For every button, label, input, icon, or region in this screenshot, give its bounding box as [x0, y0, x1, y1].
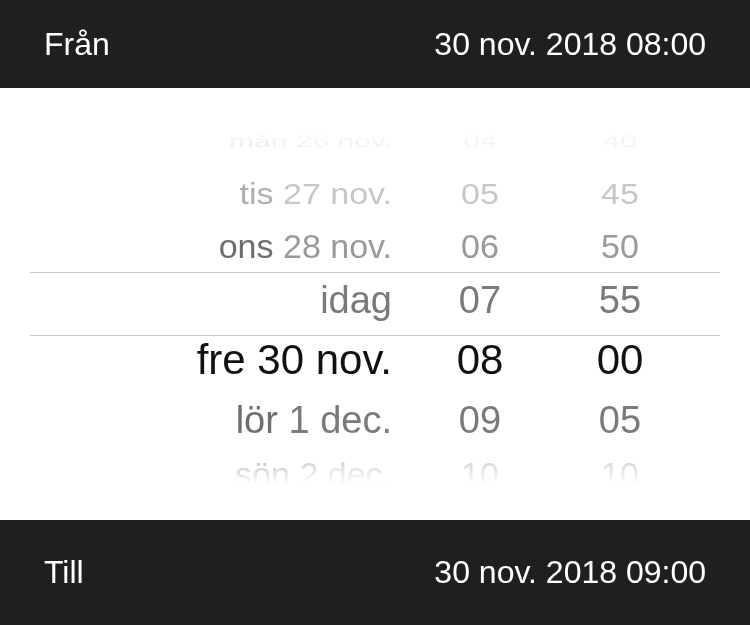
from-bar[interactable]: Från 30 nov. 2018 08:00 [0, 0, 750, 88]
from-value: 30 nov. 2018 08:00 [434, 26, 706, 63]
from-label: Från [44, 26, 110, 63]
datetime-picker: mån 26 nov. tis 27 nov. ons 28 nov. idag… [0, 88, 750, 520]
hour-wheel[interactable]: 04 05 06 07 08 09 10 11 [410, 88, 550, 520]
date-wheel[interactable]: mån 26 nov. tis 27 nov. ons 28 nov. idag… [30, 88, 410, 520]
till-value: 30 nov. 2018 09:00 [434, 554, 706, 591]
till-label: Till [44, 554, 84, 591]
till-bar[interactable]: Till 30 nov. 2018 09:00 [0, 520, 750, 625]
minute-wheel[interactable]: 40 45 50 55 00 05 10 15 [550, 88, 690, 520]
picker-wheels: mån 26 nov. tis 27 nov. ons 28 nov. idag… [0, 88, 750, 520]
